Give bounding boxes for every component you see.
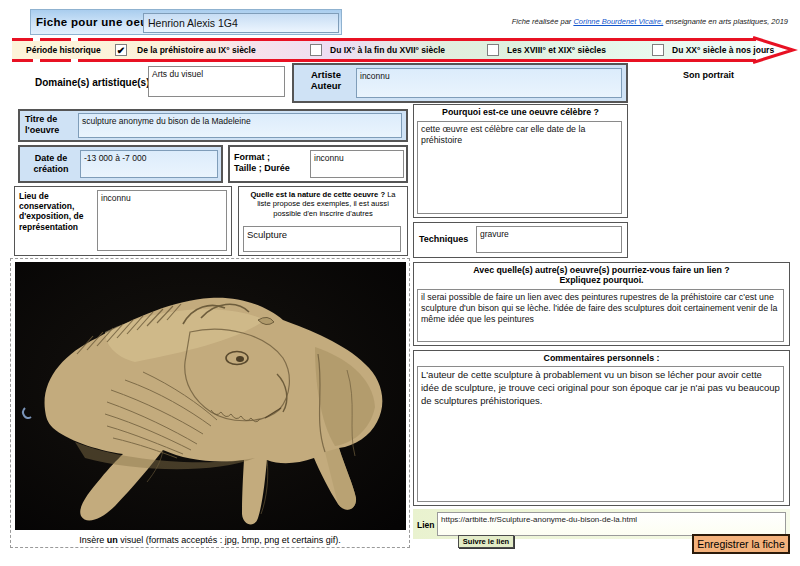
commentaires-textarea[interactable]: L'auteur de cette sculpture à probableme… [417, 366, 784, 502]
lien-url-input[interactable]: https://artbite.fr/Sculpture-anonyme-du-… [437, 512, 786, 536]
period-option-3: Les XVIII° et XIX° siècles [507, 45, 606, 55]
checkbox-prehistoire[interactable]: ✔ [115, 44, 127, 56]
titre-box: Titre de l'oeuvre sculpture anonyme du b… [18, 109, 408, 142]
titre-input[interactable]: sculpture anonyme du bison de la Madelei… [78, 113, 402, 138]
credit-prefix: Fiche réalisée par [512, 17, 574, 26]
artiste-input[interactable]: inconnu [356, 68, 622, 98]
artiste-label: Artiste Auteur [296, 69, 356, 92]
domaine-label: Domaine(s) artistique(s) [35, 77, 149, 89]
timeline-dash-gap [71, 38, 78, 41]
artiste-box: Artiste Auteur inconnu [292, 63, 628, 103]
credit-suffix: enseignante en arts plastiques, 2019 [663, 17, 788, 26]
date-input[interactable]: -13 000 à -7 000 [80, 150, 218, 178]
lieu-input[interactable]: inconnu [97, 190, 227, 251]
lieu-label: Lieu de conservation, d'exposition, de r… [19, 191, 99, 232]
titre-label: Titre de l'oeuvre [25, 114, 77, 136]
domaine-input[interactable]: Arts du visuel [148, 66, 285, 97]
lien-label: Lien [417, 520, 434, 530]
celebre-box: Pourquoi est-ce une oeuvre célèbre ? cet… [413, 104, 628, 218]
techniques-box: Techniques gravure [413, 222, 628, 258]
period-timeline-band: Période historique ✔ De la préhistoire a… [12, 38, 756, 62]
timeline-dash-gap [71, 59, 78, 62]
timeline-dash-gap [33, 59, 40, 62]
techniques-input[interactable]: gravure [476, 226, 622, 253]
lien-oeuvres-box: Avec quelle(s) autre(s) oeuvre(s) pourri… [413, 262, 790, 346]
form-title-bar: Fiche pour une oeuvre par Henrion Alexis… [30, 9, 342, 35]
timeline-arrow-icon [752, 36, 798, 64]
format-label: Format ; Taille ; Durée [234, 152, 310, 174]
credit-line: Fiche réalisée par Corinne Bourdenet Vic… [512, 17, 788, 26]
save-fiche-button[interactable]: Enregistrer la fiche [692, 534, 790, 554]
checkbox-xviii-xix[interactable] [487, 44, 499, 56]
format-input[interactable]: inconnu [310, 150, 404, 178]
period-label: Période historique [26, 45, 101, 55]
lien-oeuvres-header: Avec quelle(s) autre(s) oeuvre(s) pourri… [414, 263, 789, 285]
celebre-header: Pourquoi est-ce une oeuvre célèbre ? [414, 105, 627, 117]
format-box: Format ; Taille ; Durée inconnu [228, 145, 408, 183]
celebre-textarea[interactable]: cette œuvre est célèbre car elle date de… [417, 121, 622, 214]
bison-sculpture-photo [15, 262, 406, 530]
lien-oeuvres-textarea[interactable]: il serai possible de faire un lien avec … [417, 289, 784, 342]
student-name-input[interactable]: Henrion Alexis 1G4 [143, 13, 339, 33]
bison-sculpture-image [15, 262, 406, 530]
visual-caption: Insère un visuel (formats acceptés : jpg… [11, 535, 409, 545]
period-option-1: De la préhistoire au IX° siècle [137, 45, 256, 55]
fiche-oeuvre-form: Fiche pour une oeuvre par Henrion Alexis… [0, 0, 800, 566]
commentaires-header: Commentaires personnels : [414, 351, 789, 363]
checkbox-xx[interactable] [652, 44, 664, 56]
nature-select[interactable]: Sculpture [243, 226, 401, 252]
timeline-dash-gap [33, 38, 40, 41]
commentaires-box: Commentaires personnels : L'auteur de ce… [413, 350, 790, 506]
checkbox-ix-xvii[interactable] [310, 44, 322, 56]
author-link[interactable]: Corinne Bourdenet Vicaire, [573, 17, 663, 26]
visual-insert-area[interactable]: Insère un visuel (formats acceptés : jpg… [10, 258, 410, 548]
follow-link-button[interactable]: Suivre le lien [458, 535, 514, 548]
date-label: Date de création [24, 153, 78, 175]
nature-question: Quelle est la nature de cette oeuvre ? L… [239, 187, 407, 218]
period-option-2: Du IX° à la fin du XVII° siècle [330, 45, 445, 55]
portrait-label: Son portrait [683, 70, 734, 81]
lieu-box: Lieu de conservation, d'exposition, de r… [14, 186, 232, 256]
techniques-label: Techniques [419, 234, 468, 245]
nature-box: Quelle est la nature de cette oeuvre ? L… [238, 186, 408, 256]
date-box: Date de création -13 000 à -7 000 [18, 145, 223, 183]
